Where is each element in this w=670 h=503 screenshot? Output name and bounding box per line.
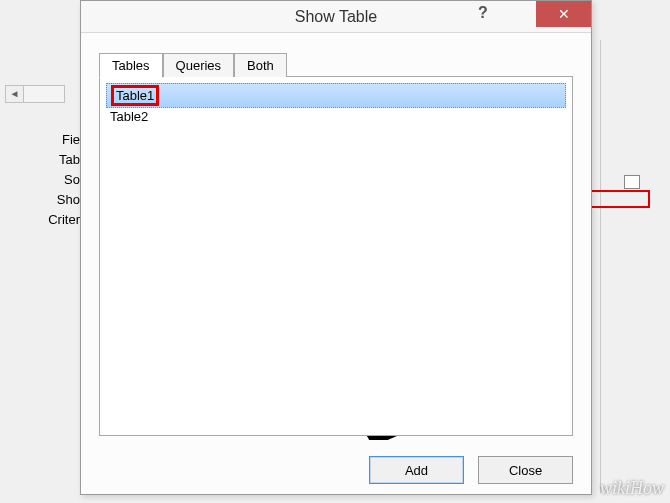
grid-label: Sho xyxy=(30,190,80,210)
dialog-button-row: Add Close xyxy=(81,444,591,498)
tab-queries[interactable]: Queries xyxy=(163,53,235,77)
grid-label: Tab xyxy=(30,150,80,170)
grid-label: So xyxy=(30,170,80,190)
add-button[interactable]: Add xyxy=(369,456,464,484)
tab-tables[interactable]: Tables xyxy=(99,53,163,78)
bg-divider xyxy=(600,40,601,493)
close-button[interactable]: Close xyxy=(478,456,573,484)
dialog-body: Tables Queries Both Table1 Table2 xyxy=(81,33,591,444)
watermark: wikiHow xyxy=(600,478,664,499)
bg-scrollbar: ◄ xyxy=(5,85,65,103)
table-list[interactable]: Table1 Table2 xyxy=(99,76,573,436)
help-button[interactable]: ? xyxy=(470,4,496,22)
window-close-button[interactable]: ✕ xyxy=(536,1,591,27)
bg-checkbox xyxy=(624,175,640,189)
scroll-left-arrow-icon: ◄ xyxy=(6,86,24,102)
query-grid-labels: Fie Tab So Sho Criter xyxy=(30,130,80,230)
bg-highlighted-cell xyxy=(590,190,650,208)
list-item-table1[interactable]: Table1 xyxy=(106,83,566,108)
dialog-title: Show Table xyxy=(295,8,377,26)
tab-strip: Tables Queries Both xyxy=(99,51,573,77)
scroll-track xyxy=(24,86,64,102)
tab-both[interactable]: Both xyxy=(234,53,287,77)
window-controls: ✕ xyxy=(506,1,591,29)
close-icon: ✕ xyxy=(558,6,570,22)
grid-label: Criter xyxy=(30,210,80,230)
annotation-highlight: Table1 xyxy=(111,85,159,106)
show-table-dialog: Show Table ? ✕ Tables Queries Both Table… xyxy=(80,0,592,495)
list-item-table2[interactable]: Table2 xyxy=(106,108,566,125)
titlebar: Show Table ? ✕ xyxy=(81,1,591,33)
grid-label: Fie xyxy=(30,130,80,150)
